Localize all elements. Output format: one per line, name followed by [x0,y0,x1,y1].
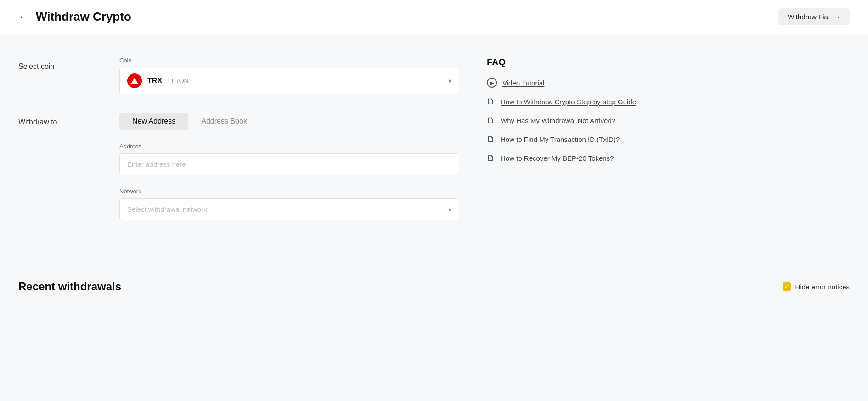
coin-select-left: TRX TRON [127,73,189,88]
address-input[interactable] [119,153,459,175]
select-coin-label: Select coin [18,57,101,71]
play-circle-icon: ▶ [487,78,497,88]
faq-link-4: How to Recover My BEP-20 Tokens? [501,154,614,162]
coin-field-content: Coin TRX TRON ▾ [119,57,459,94]
withdraw-to-row: Withdraw to New Address Address Book Add… [18,113,459,220]
doc-icon-1: 🗋 [487,97,495,107]
faq-section: FAQ ▶ Video Tutorial 🗋 How to Withdraw C… [487,57,636,238]
network-field-container: Network Select withdrawal network ▾ [119,188,459,220]
doc-icon-2: 🗋 [487,116,495,125]
doc-icon-3: 🗋 [487,135,495,144]
faq-link-1: How to Withdraw Crypto Step-by-step Guid… [501,98,636,106]
faq-item-1[interactable]: 🗋 How to Withdraw Crypto Step-by-step Gu… [487,97,636,107]
withdraw-to-label: Withdraw to [18,113,101,126]
address-field-label: Address [119,143,459,150]
faq-link-0: Video Tutorial [502,79,544,87]
page-title: Withdraw Crypto [36,10,131,24]
tab-address-book[interactable]: Address Book [188,113,260,130]
network-dropdown-arrow-icon: ▾ [448,206,451,213]
coin-dropdown-arrow-icon: ▾ [448,77,451,85]
trx-triangle-icon [131,78,138,84]
withdraw-fiat-arrow-icon: → [834,13,840,21]
withdraw-to-content: New Address Address Book Address Network… [119,113,459,220]
faq-link-2: Why Has My Withdrawal Not Arrived? [501,117,615,124]
hide-error-label[interactable]: ✓ Hide error notices [783,282,850,291]
recent-withdrawals-title: Recent withdrawals [18,280,121,293]
faq-link-3: How to Find My Transaction ID (TxID)? [501,136,620,143]
back-button[interactable]: ← [18,11,28,23]
withdraw-fiat-button[interactable]: Withdraw Fiat → [778,8,850,25]
coin-symbol: TRX [147,77,162,85]
recent-withdrawals-section: Recent withdrawals ✓ Hide error notices [0,266,868,307]
select-coin-row: Select coin Coin TRX TRON ▾ [18,57,459,94]
main-content: Select coin Coin TRX TRON ▾ Withdraw to [0,34,868,257]
coin-field-label: Coin [119,57,459,64]
coin-dropdown[interactable]: TRX TRON ▾ [119,68,459,94]
hide-error-text: Hide error notices [795,283,850,291]
address-field-container: Address [119,143,459,175]
faq-title: FAQ [487,57,636,68]
network-field-label: Network [119,188,459,195]
withdraw-fiat-label: Withdraw Fiat [788,13,830,21]
hide-error-checkbox[interactable]: ✓ [783,282,791,291]
page-header: ← Withdraw Crypto Withdraw Fiat → [0,0,868,34]
trx-icon [127,73,142,88]
doc-icon-4: 🗋 [487,153,495,163]
coin-full-name: TRON [170,77,189,85]
network-placeholder: Select withdrawal network [127,205,207,213]
header-left: ← Withdraw Crypto [18,10,131,24]
faq-item-3[interactable]: 🗋 How to Find My Transaction ID (TxID)? [487,135,636,144]
tab-new-address[interactable]: New Address [119,113,188,130]
faq-item-2[interactable]: 🗋 Why Has My Withdrawal Not Arrived? [487,116,636,125]
faq-item-4[interactable]: 🗋 How to Recover My BEP-20 Tokens? [487,153,636,163]
form-section: Select coin Coin TRX TRON ▾ Withdraw to [18,57,459,238]
faq-item-0[interactable]: ▶ Video Tutorial [487,78,636,88]
address-tab-group: New Address Address Book [119,113,459,130]
network-dropdown[interactable]: Select withdrawal network ▾ [119,198,459,220]
